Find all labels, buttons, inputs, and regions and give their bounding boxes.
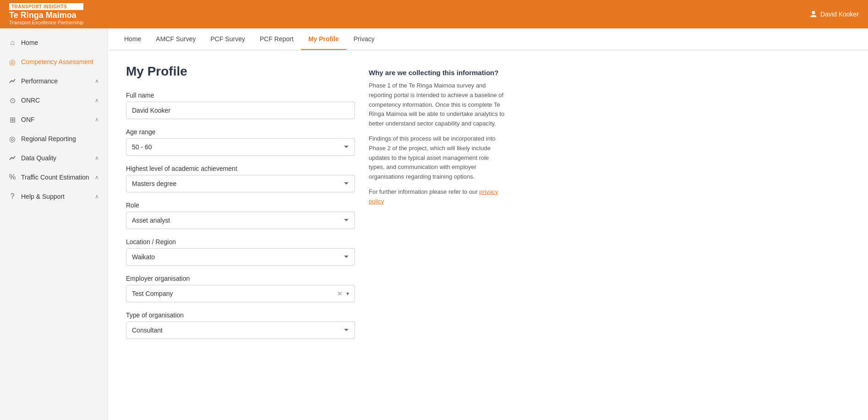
sidebar-label-performance: Performance [21, 77, 58, 85]
page-title: My Profile [126, 64, 355, 79]
chevron-performance: ∧ [95, 78, 99, 84]
chevron-onf: ∧ [95, 116, 99, 123]
location-group: Location / Region Auckland Waikato Bay o… [126, 238, 355, 266]
sidebar-item-help-support[interactable]: ? Help & Support ∧ [0, 187, 107, 206]
location-label: Location / Region [126, 238, 355, 245]
help-icon: ? [8, 192, 16, 201]
regional-icon: ◎ [8, 135, 16, 143]
full-name-label: Full name [126, 92, 355, 99]
info-title: Why are we collecting this information? [369, 69, 506, 76]
sidebar-item-onf[interactable]: ⊞ ONF ∧ [0, 110, 107, 129]
sidebar-item-traffic-count[interactable]: % Traffic Count Estimation ∧ [0, 168, 107, 187]
sidebar-label-onrc: ONRC [21, 97, 40, 104]
brand-tag: TRANSPORT INSIGHTS [9, 3, 83, 10]
org-type-group: Type of organisation Consultant Local Go… [126, 311, 355, 339]
academic-select[interactable]: High school Bachelor degree Masters degr… [126, 175, 355, 192]
info-paragraph1: Phase 1 of the Te Ringa Maimoa survey an… [369, 81, 506, 129]
content-body: My Profile Full name Age range Under 20 … [108, 50, 868, 362]
full-name-group: Full name [126, 92, 355, 119]
performance-icon [8, 77, 16, 85]
chevron-help: ∧ [95, 193, 99, 200]
chevron-onrc: ∧ [95, 97, 99, 104]
chevron-traffic-count: ∧ [95, 174, 99, 180]
sidebar-label-onf: ONF [21, 116, 35, 123]
tab-my-profile[interactable]: My Profile [301, 29, 346, 50]
org-type-label: Type of organisation [126, 311, 355, 319]
sidebar-item-regional-reporting[interactable]: ◎ Regional Reporting [0, 129, 107, 148]
user-info[interactable]: David Kooker [809, 10, 859, 18]
sidebar-item-competency-assessment[interactable]: ◎ Competency Assessment [0, 52, 107, 71]
info-panel: Why are we collecting this information? … [369, 64, 506, 207]
home-icon: ⌂ [8, 38, 16, 47]
sidebar-item-data-quality[interactable]: Data Quality ∧ [0, 148, 107, 168]
sidebar-label-competency: Competency Assessment [21, 58, 93, 65]
employer-chevron-icon[interactable]: ▾ [346, 290, 349, 297]
academic-label: Highest level of academic achievement [126, 165, 355, 172]
employer-group: Employer organisation Test Company ✕ ▾ [126, 275, 355, 302]
competency-icon: ◎ [8, 58, 16, 66]
sidebar-label-data-quality: Data Quality [21, 154, 56, 162]
user-icon [809, 10, 818, 18]
tab-pcf-survey[interactable]: PCF Survey [203, 29, 252, 50]
sidebar-item-home[interactable]: ⌂ Home [0, 33, 107, 52]
academic-group: Highest level of academic achievement Hi… [126, 165, 355, 192]
sub-nav: Home AMCF Survey PCF Survey PCF Report M… [108, 28, 868, 50]
info-paragraph3: For further information please refer to … [369, 187, 506, 207]
age-range-select[interactable]: Under 20 20 - 30 30 - 40 40 - 50 50 - 60… [126, 138, 355, 156]
brand-title: Te Ringa Maimoa [9, 11, 83, 20]
data-quality-icon [8, 154, 16, 162]
org-type-select[interactable]: Consultant Local Government Central Gove… [126, 322, 355, 339]
role-group: Role Asset analyst Asset manager Data an… [126, 202, 355, 229]
tab-home[interactable]: Home [117, 29, 148, 50]
onrc-icon: ⊙ [8, 96, 16, 104]
brand-block: TRANSPORT INSIGHTS Te Ringa Maimoa Trans… [9, 3, 83, 26]
tab-pcf-report[interactable]: PCF Report [252, 29, 301, 50]
sidebar-label-regional: Regional Reporting [21, 135, 76, 142]
full-name-input[interactable] [126, 102, 355, 119]
form-section: My Profile Full name Age range Under 20 … [126, 64, 355, 348]
info-paragraph2: Findings of this process will be incorpo… [369, 134, 506, 182]
tab-amcf-survey[interactable]: AMCF Survey [148, 29, 203, 50]
traffic-count-icon: % [8, 173, 16, 181]
role-label: Role [126, 202, 355, 209]
info-paragraph3-prefix: For further information please refer to … [369, 188, 479, 195]
sidebar-label-traffic-count: Traffic Count Estimation [21, 174, 89, 181]
chevron-data-quality: ∧ [95, 155, 99, 161]
tab-privacy[interactable]: Privacy [346, 29, 382, 50]
age-range-label: Age range [126, 128, 355, 136]
sidebar: ⌂ Home ◎ Competency Assessment Performan… [0, 28, 108, 420]
onf-icon: ⊞ [8, 115, 16, 124]
location-select[interactable]: Auckland Waikato Bay of Plenty Wellingto… [126, 248, 355, 266]
content-area: Home AMCF Survey PCF Survey PCF Report M… [108, 28, 868, 420]
sidebar-item-performance[interactable]: Performance ∧ [0, 71, 107, 91]
sidebar-item-onrc[interactable]: ⊙ ONRC ∧ [0, 91, 107, 110]
sidebar-label-help: Help & Support [21, 193, 65, 200]
employer-label: Employer organisation [126, 275, 355, 282]
top-header: TRANSPORT INSIGHTS Te Ringa Maimoa Trans… [0, 0, 868, 28]
info-section: Why are we collecting this information? … [369, 64, 506, 348]
age-range-group: Age range Under 20 20 - 30 30 - 40 40 - … [126, 128, 355, 156]
employer-value: Test Company [132, 290, 337, 297]
employer-combo[interactable]: Test Company ✕ ▾ [126, 285, 355, 302]
user-name: David Kooker [820, 11, 859, 18]
main-layout: ⌂ Home ◎ Competency Assessment Performan… [0, 28, 868, 420]
brand-subtitle: Transport Excellence Partnership [9, 20, 83, 25]
role-select[interactable]: Asset analyst Asset manager Data analyst… [126, 212, 355, 229]
sidebar-label-home: Home [21, 39, 38, 46]
employer-clear-icon[interactable]: ✕ [337, 290, 343, 297]
